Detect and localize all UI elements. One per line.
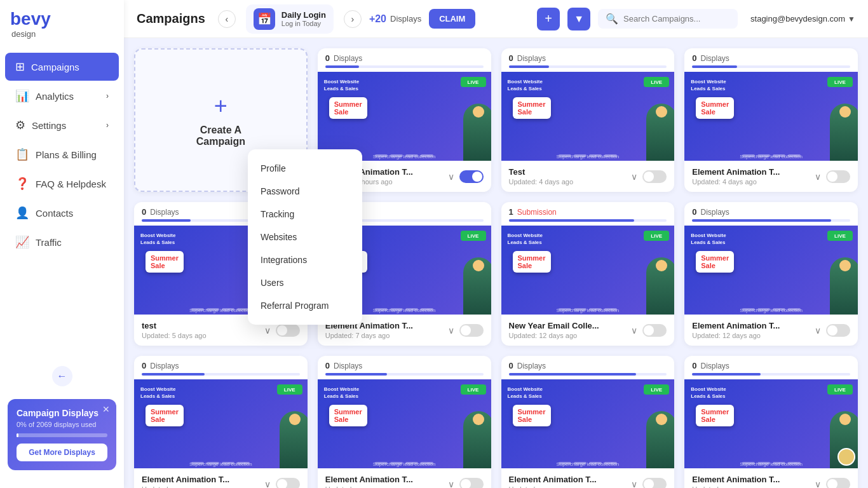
range-fill — [692, 373, 761, 376]
card-header: 0 Displays — [501, 48, 675, 65]
sidebar-label-traffic: Traffic — [36, 237, 62, 248]
plans-icon: 📋 — [15, 147, 29, 161]
card-footer: Element Animation T... Updated: 12 days … — [684, 315, 858, 346]
settings-menu-tracking[interactable]: Tracking — [248, 203, 362, 226]
card-updated: Updated: 7 days ago — [325, 332, 448, 339]
sidebar-item-traffic[interactable]: 📈 Traffic — [5, 228, 119, 256]
settings-menu-websites[interactable]: Websites — [248, 226, 362, 248]
display-range-bar — [325, 65, 484, 68]
card-header: 0 Displays — [134, 356, 308, 373]
traffic-icon: 📈 — [15, 235, 29, 249]
sidebar-label-contacts: Contacts — [36, 208, 73, 219]
card-footer: New Year Email Colle... Updated: 12 days… — [501, 315, 675, 346]
campaign-toggle[interactable] — [826, 478, 850, 489]
card-header: 1 Submission — [501, 202, 675, 219]
campaign-toggle[interactable] — [642, 324, 667, 337]
add-campaign-button[interactable]: + — [537, 8, 560, 30]
card-name: test — [142, 321, 264, 330]
campaign-toggle[interactable] — [826, 170, 850, 183]
campaign-card-c7[interactable]: 0 Displays LIVE Boost WebsiteLeads & Sal… — [684, 202, 858, 346]
sidebar-label-plans: Plans & Billing — [36, 149, 97, 160]
card-footer: Element Animation T... Updated: 4 days a… — [684, 161, 858, 192]
filter-button[interactable]: ▼ — [567, 8, 590, 30]
sidebar-nav: ⊞ Campaigns 📊 Analytics › ⚙ Settings › 📋… — [0, 51, 124, 361]
next-arrow-button[interactable]: › — [344, 10, 362, 28]
card-footer: Element Animation T... Updated: ... ∨ — [684, 468, 858, 488]
display-range-bar — [509, 65, 667, 68]
range-fill — [142, 219, 191, 222]
campaign-card-c9[interactable]: 0 Displays LIVE Boost WebsiteLeads & Sal… — [318, 356, 491, 488]
faq-icon: ❓ — [15, 177, 29, 191]
campaign-toggle[interactable] — [459, 478, 484, 489]
campaign-toggle[interactable] — [642, 170, 667, 183]
campaign-toggle[interactable] — [276, 478, 300, 489]
range-fill — [325, 65, 360, 68]
sidebar-item-plans[interactable]: 📋 Plans & Billing — [5, 140, 119, 168]
sidebar-item-settings[interactable]: ⚙ Settings › — [5, 111, 119, 139]
campaign-toggle[interactable] — [826, 324, 850, 337]
card-chevron-button[interactable]: ∨ — [448, 479, 454, 489]
get-more-displays-button[interactable]: Get More Displays — [17, 444, 107, 461]
campaign-displays-title: Campaign Displays — [17, 408, 107, 418]
card-name: Element Animation T... — [509, 475, 632, 484]
display-range-bar — [692, 373, 850, 376]
filter-icon: ▼ — [574, 13, 584, 25]
card-chevron-button[interactable]: ∨ — [815, 479, 821, 489]
display-range-bar — [142, 373, 300, 376]
settings-menu-password[interactable]: Password — [248, 180, 362, 203]
displays-badge: +20 Displays — [369, 13, 421, 25]
card-chevron-button[interactable]: ∨ — [815, 325, 821, 336]
sidebar-item-contacts[interactable]: 👤 Contacts — [5, 199, 119, 227]
card-chevron-button[interactable]: ∨ — [815, 172, 821, 182]
card-footer: Element Animation T... Updated: ... ∨ — [501, 468, 675, 488]
stat-type-label: Displays — [334, 362, 362, 370]
card-chevron-button[interactable]: ∨ — [448, 325, 454, 336]
sidebar-item-analytics[interactable]: 📊 Analytics › — [5, 82, 119, 110]
collapse-sidebar-button[interactable]: ← — [52, 366, 72, 386]
card-chevron-button[interactable]: ∨ — [448, 172, 454, 182]
card-updated: Updated: 4 days ago — [692, 178, 815, 186]
campaign-card-c3[interactable]: 0 Displays LIVE Boost WebsiteLeads & Sal… — [684, 48, 858, 192]
sidebar-item-campaigns[interactable]: ⊞ Campaigns — [5, 53, 119, 81]
stat-type-label: Displays — [700, 362, 729, 370]
settings-menu-integrations[interactable]: Integrations — [248, 248, 362, 271]
daily-login-widget: 📅 Daily Login Log in Today — [246, 4, 334, 34]
campaign-displays-subtitle: 0% of 2069 displays used — [17, 421, 107, 428]
campaign-toggle[interactable] — [276, 324, 300, 337]
displays-progress-fill — [17, 433, 18, 437]
display-range-bar — [692, 65, 850, 68]
range-fill — [509, 219, 634, 222]
settings-menu-profile[interactable]: Profile — [248, 157, 362, 180]
search-input[interactable] — [623, 14, 730, 24]
campaign-toggle[interactable] — [642, 478, 667, 489]
campaign-card-c2[interactable]: 0 Displays LIVE Boost WebsiteLeads & Sal… — [501, 48, 675, 192]
range-fill — [509, 65, 549, 68]
claim-button[interactable]: CLAIM — [429, 9, 475, 29]
sidebar-item-faq[interactable]: ❓ FAQ & Helpdesk — [5, 170, 119, 198]
campaign-card-c11[interactable]: 0 Displays LIVE Boost WebsiteLeads & Sal… — [684, 356, 858, 488]
settings-menu-users[interactable]: Users — [248, 271, 362, 294]
campaign-toggle[interactable] — [459, 170, 484, 183]
logo-name: bevy — [10, 10, 51, 28]
card-name: Test — [509, 167, 632, 177]
topbar: Campaigns ‹ 📅 Daily Login Log in Today ›… — [124, 0, 868, 38]
settings-menu-referral[interactable]: Referral Program — [248, 294, 362, 317]
card-chevron-button[interactable]: ∨ — [631, 479, 637, 489]
card-chevron-button[interactable]: ∨ — [264, 325, 271, 336]
card-chevron-button[interactable]: ∨ — [631, 172, 637, 182]
close-displays-card-button[interactable]: ✕ — [102, 404, 110, 414]
campaign-card-c6[interactable]: 1 Submission LIVE Boost WebsiteLeads & S… — [501, 202, 675, 346]
campaign-toggle[interactable] — [459, 324, 484, 337]
card-chevron-button[interactable]: ∨ — [631, 325, 637, 336]
user-menu[interactable]: staging@bevydesign.com ▼ — [745, 14, 855, 24]
campaign-card-c8[interactable]: 0 Displays LIVE Boost WebsiteLeads & Sal… — [134, 356, 308, 488]
settings-icon: ⚙ — [15, 118, 25, 132]
prev-arrow-button[interactable]: ‹ — [218, 10, 236, 28]
settings-chevron: › — [106, 121, 109, 130]
card-updated: Updated: ... — [142, 485, 264, 488]
campaign-card-c10[interactable]: 0 Displays LIVE Boost WebsiteLeads & Sal… — [501, 356, 675, 488]
campaigns-icon: ⊞ — [15, 60, 25, 74]
card-updated: Updated: ... — [692, 485, 815, 488]
stat-type-label: Submission — [517, 208, 557, 217]
card-chevron-button[interactable]: ∨ — [264, 479, 271, 489]
